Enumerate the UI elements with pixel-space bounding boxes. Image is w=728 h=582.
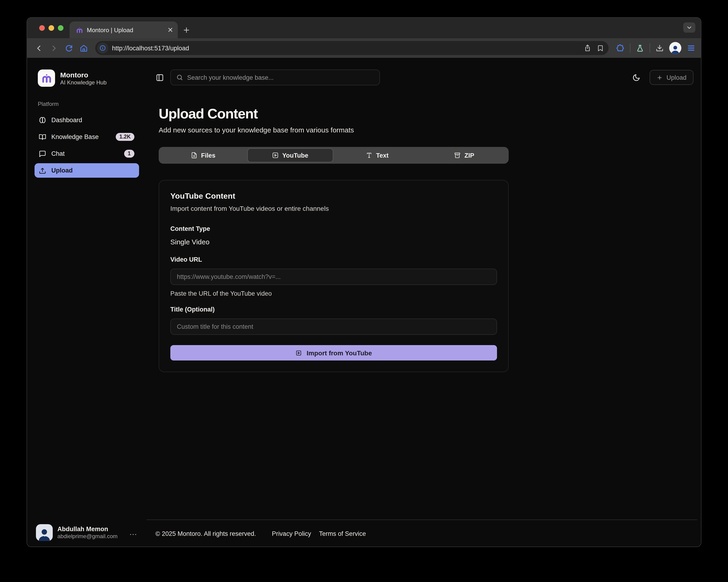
user-menu-ellipsis[interactable]: ... <box>128 528 139 537</box>
youtube-play-icon <box>272 152 279 159</box>
back-button[interactable] <box>32 41 46 55</box>
brand-tagline: AI Knowledge Hub <box>60 79 107 86</box>
page-footer: © 2025 Montoro. All rights reserved. Pri… <box>147 520 697 547</box>
card-title: YouTube Content <box>170 192 497 201</box>
chat-count-badge: 1 <box>124 149 134 158</box>
sidebar-section-label: Platform <box>38 101 139 107</box>
zoom-window-button[interactable] <box>58 25 63 31</box>
topbar-upload-label: Upload <box>667 74 686 81</box>
sidebar-item-label: Chat <box>51 150 119 157</box>
tab-youtube[interactable]: YouTube <box>247 148 333 162</box>
custom-title-label: Title (Optional) <box>170 306 497 313</box>
archive-icon <box>454 152 461 159</box>
upload-icon <box>39 167 46 174</box>
sidebar-item-dashboard[interactable]: Dashboard <box>34 113 139 127</box>
upload-type-tabs: Files YouTube Text <box>159 147 509 164</box>
browser-tab[interactable]: Montoro | Upload <box>70 22 178 38</box>
dark-mode-toggle-icon[interactable] <box>632 74 640 81</box>
user-name: Abdullah Memon <box>57 525 118 533</box>
file-icon <box>191 152 198 159</box>
sidebar-item-label: Knowledge Base <box>51 133 110 140</box>
user-avatar <box>36 524 53 541</box>
menu-icon[interactable] <box>687 44 695 52</box>
tab-label: YouTube <box>282 152 309 159</box>
tab-files[interactable]: Files <box>160 148 246 162</box>
main-area: Upload Upload Content Add new sources to… <box>147 58 701 547</box>
type-icon <box>366 152 372 159</box>
bookmark-icon[interactable] <box>597 45 604 52</box>
tab-label: ZIP <box>464 152 474 159</box>
copyright-text: © 2025 Montoro. All rights reserved. <box>155 530 256 537</box>
user-profile[interactable]: Abdullah Memon abdielprime@gmail.com ... <box>36 524 139 541</box>
window-controls <box>39 25 63 31</box>
montoro-logo-icon <box>38 70 55 87</box>
forward-button[interactable] <box>47 41 61 55</box>
search-input[interactable] <box>187 74 374 81</box>
video-url-input[interactable] <box>170 269 497 285</box>
youtube-content-card: YouTube Content Import content from YouT… <box>159 180 509 372</box>
privacy-policy-link[interactable]: Privacy Policy <box>272 530 311 537</box>
brand[interactable]: Montoro AI Knowledge Hub <box>38 70 139 87</box>
new-tab-button[interactable] <box>178 22 194 38</box>
site-info-icon[interactable] <box>97 43 108 54</box>
knowledge-base-count-badge: 1.2K <box>115 133 134 141</box>
chat-bubble-icon <box>39 150 46 157</box>
tab-favicon-montoro <box>76 26 83 33</box>
custom-title-input[interactable] <box>170 318 497 335</box>
topbar: Upload <box>147 58 697 85</box>
downloads-icon[interactable] <box>656 44 664 52</box>
browser-tabstrip: Montoro | Upload <box>27 18 701 38</box>
tab-label: Files <box>201 152 216 159</box>
page-subtitle: Add new sources to your knowledge base f… <box>159 126 509 134</box>
content-type-label: Content Type <box>170 225 497 232</box>
sidebar-item-label: Upload <box>51 167 73 174</box>
tab-label: Text <box>376 152 389 159</box>
topbar-upload-button[interactable]: Upload <box>650 70 694 85</box>
app-root: Montoro AI Knowledge Hub Platform <box>27 58 701 547</box>
tab-search-chevron-button[interactable] <box>683 22 695 33</box>
toolbar-divider <box>650 44 650 53</box>
search-box[interactable] <box>170 70 380 85</box>
brain-icon <box>39 116 46 124</box>
import-from-youtube-button[interactable]: Import from YouTube <box>170 345 497 360</box>
video-url-help: Paste the URL of the YouTube video <box>170 290 497 297</box>
home-button[interactable] <box>77 41 90 55</box>
browser-profile-avatar[interactable] <box>669 42 681 54</box>
sidebar-item-chat[interactable]: Chat 1 <box>34 146 139 161</box>
plus-icon <box>657 74 663 80</box>
sidebar-toggle-icon[interactable] <box>156 74 164 81</box>
search-icon <box>176 74 183 81</box>
minimize-window-button[interactable] <box>49 25 54 31</box>
card-description: Import content from YouTube videos or en… <box>170 205 497 212</box>
tab-close-icon[interactable] <box>167 27 173 33</box>
page-title: Upload Content <box>159 106 509 122</box>
sidebar-item-knowledge-base[interactable]: Knowledge Base 1.2K <box>34 130 139 144</box>
upload-page: Upload Content Add new sources to your k… <box>147 85 509 372</box>
user-email: abdielprime@gmail.com <box>57 533 118 540</box>
brand-name: Montoro <box>60 71 107 79</box>
tab-title: Montoro | Upload <box>87 26 164 33</box>
content-type-select[interactable]: Single Video <box>170 238 497 246</box>
address-bar[interactable]: http://localhost:5173/upload <box>95 41 608 55</box>
url-text[interactable]: http://localhost:5173/upload <box>112 45 580 52</box>
browser-toolbar: http://localhost:5173/upload <box>27 38 701 58</box>
submit-label: Import from YouTube <box>307 349 372 357</box>
toolbar-divider <box>630 44 630 53</box>
sidebar-item-label: Dashboard <box>51 117 82 123</box>
book-open-icon <box>39 133 46 141</box>
browser-window: Montoro | Upload <box>27 17 701 547</box>
sidebar: Montoro AI Knowledge Hub Platform <box>27 58 147 547</box>
terms-of-service-link[interactable]: Terms of Service <box>319 530 366 537</box>
video-url-label: Video URL <box>170 256 497 263</box>
extensions-icon[interactable] <box>616 44 624 52</box>
youtube-play-icon <box>295 350 302 356</box>
tab-text[interactable]: Text <box>334 148 420 162</box>
close-window-button[interactable] <box>39 25 45 31</box>
flask-icon[interactable] <box>636 44 644 52</box>
sidebar-item-upload[interactable]: Upload <box>34 163 139 178</box>
sidebar-nav: Dashboard Knowledge Base 1.2K <box>34 113 139 178</box>
reload-button[interactable] <box>61 41 76 55</box>
tab-zip[interactable]: ZIP <box>421 148 507 162</box>
share-icon[interactable] <box>584 44 591 52</box>
